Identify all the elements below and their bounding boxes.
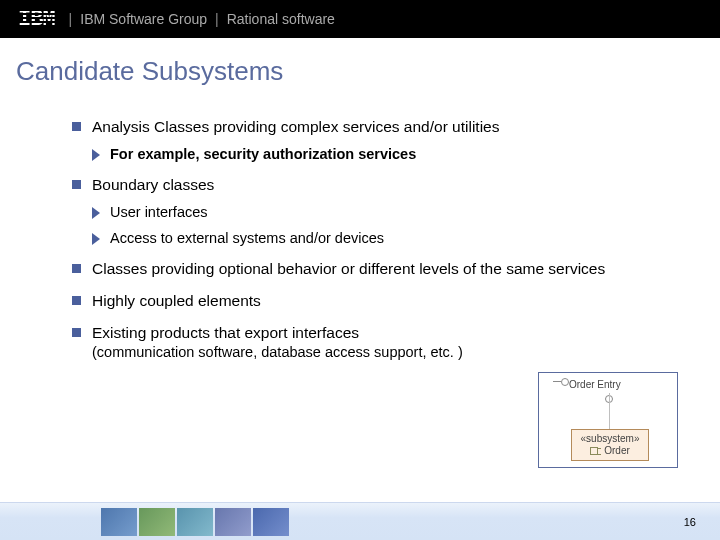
lollipop-stem-icon: [609, 393, 610, 429]
header-product: Rational software: [227, 11, 335, 27]
header-group: IBM Software Group: [80, 11, 207, 27]
bullet-level1: Analysis Classes providing complex servi…: [72, 118, 690, 136]
bullet-level2: For example, security authorization serv…: [92, 146, 690, 162]
subsystem-box: «subsystem» Order: [571, 429, 649, 461]
footer-bar: 16: [0, 502, 720, 540]
bullet-level1: Existing products that export interfaces: [72, 324, 472, 342]
bullet-level1: Boundary classes: [72, 176, 690, 194]
subsystem-stereotype: «subsystem»: [572, 433, 648, 445]
slide-body: Analysis Classes providing complex servi…: [72, 104, 690, 360]
interface-icon: [553, 378, 565, 390]
footer-decor: [100, 503, 290, 540]
bullet-paren: (communication software, database access…: [92, 344, 492, 360]
bullet-level1: Classes providing optional behavior or d…: [72, 260, 690, 278]
slide-title: Candidate Subsystems: [16, 56, 283, 87]
ibm-logo: IBM: [18, 7, 55, 32]
subsystem-name-row: Order: [572, 445, 648, 457]
header-separator: |: [69, 11, 73, 27]
interface-label: Order Entry: [569, 379, 621, 390]
ibm-logo-text: IBM: [18, 7, 55, 32]
footer-tile-icon: [215, 508, 251, 536]
slide: IBM | IBM Software Group | Rational soft…: [0, 0, 720, 540]
page-number: 16: [684, 516, 696, 528]
bullet-level2: User interfaces: [92, 204, 690, 220]
bullet-level1: Highly coupled elements: [72, 292, 690, 310]
footer-tile-icon: [101, 508, 137, 536]
header-bar: IBM | IBM Software Group | Rational soft…: [0, 0, 720, 38]
footer-tile-icon: [253, 508, 289, 536]
component-icon: [590, 447, 600, 455]
bullet-level2: Access to external systems and/or device…: [92, 230, 690, 246]
footer-tile-icon: [139, 508, 175, 536]
footer-tile-icon: [177, 508, 213, 536]
subsystem-name: Order: [604, 445, 630, 457]
subsystem-diagram: Order Entry «subsystem» Order: [538, 372, 678, 468]
header-separator: |: [215, 11, 219, 27]
